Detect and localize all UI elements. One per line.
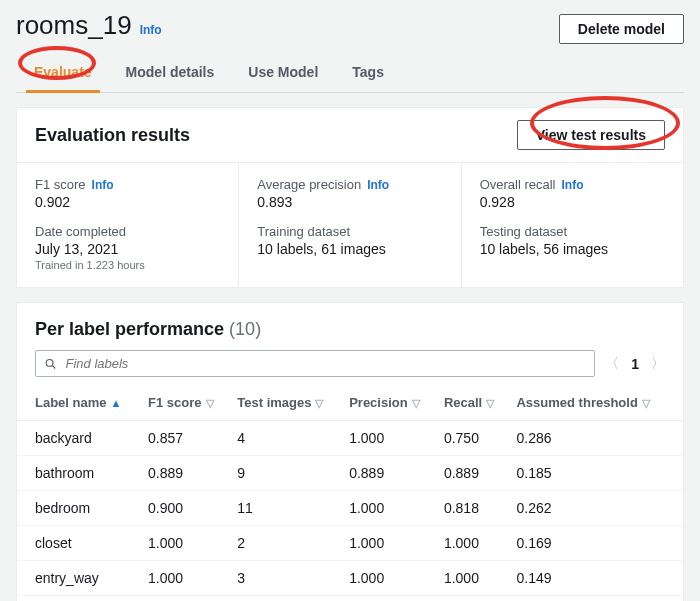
evaluation-title: Evaluation results bbox=[35, 125, 190, 146]
cell-label: bedroom bbox=[17, 491, 140, 526]
col-test[interactable]: Test images▽ bbox=[229, 385, 341, 421]
cell-f1: 0.857 bbox=[140, 421, 229, 456]
cell-thresh: 0.185 bbox=[508, 456, 683, 491]
table-row: bathroom0.88990.8890.8890.185 bbox=[17, 456, 683, 491]
sort-asc-icon: ▲ bbox=[111, 397, 122, 409]
cell-f1: 0.900 bbox=[140, 491, 229, 526]
cell-label: floor_plan bbox=[17, 596, 140, 602]
tab-evaluate[interactable]: Evaluate bbox=[30, 54, 96, 92]
cell-recall: 0.889 bbox=[436, 456, 509, 491]
f1-value: 0.902 bbox=[35, 194, 220, 210]
date-completed-label: Date completed bbox=[35, 224, 220, 239]
col-recall[interactable]: Recall▽ bbox=[436, 385, 509, 421]
cell-test: 2 bbox=[229, 526, 341, 561]
evaluation-results-card: Evaluation results View test results F1 … bbox=[16, 107, 684, 288]
page-number: 1 bbox=[631, 356, 639, 372]
search-icon bbox=[44, 357, 58, 371]
col-f1[interactable]: F1 score▽ bbox=[140, 385, 229, 421]
table-row: backyard0.85741.0000.7500.286 bbox=[17, 421, 683, 456]
cell-recall: 1.000 bbox=[436, 596, 509, 602]
page-next-icon[interactable]: 〉 bbox=[651, 355, 665, 373]
filter-icon: ▽ bbox=[486, 397, 494, 409]
cell-thresh: 0.262 bbox=[508, 491, 683, 526]
training-dataset-value: 10 labels, 61 images bbox=[257, 241, 442, 257]
date-completed-value: July 13, 2021 bbox=[35, 241, 220, 257]
cell-prec: 1.000 bbox=[341, 491, 436, 526]
page-header: rooms_19 Info Delete model bbox=[16, 10, 684, 44]
cell-test: 11 bbox=[229, 491, 341, 526]
cell-thresh: 0.286 bbox=[508, 421, 683, 456]
svg-line-1 bbox=[52, 365, 55, 368]
trained-note: Trained in 1.223 hours bbox=[35, 259, 220, 271]
filter-icon: ▽ bbox=[315, 397, 323, 409]
cell-f1: 1.000 bbox=[140, 561, 229, 596]
avg-precision-label: Average precision bbox=[257, 177, 361, 192]
filter-icon: ▽ bbox=[412, 397, 420, 409]
cell-thresh: 0.169 bbox=[508, 526, 683, 561]
cell-f1: 0.889 bbox=[140, 456, 229, 491]
cell-recall: 1.000 bbox=[436, 561, 509, 596]
cell-thresh: 0.685 bbox=[508, 596, 683, 602]
filter-icon: ▽ bbox=[206, 397, 214, 409]
cell-label: bathroom bbox=[17, 456, 140, 491]
info-link-recall[interactable]: Info bbox=[562, 178, 584, 192]
f1-label: F1 score bbox=[35, 177, 86, 192]
delete-model-button[interactable]: Delete model bbox=[559, 14, 684, 44]
find-labels-input[interactable] bbox=[64, 355, 587, 372]
cell-prec: 1.000 bbox=[341, 526, 436, 561]
page-prev-icon[interactable]: 〈 bbox=[605, 355, 619, 373]
tabs: Evaluate Model details Use Model Tags bbox=[16, 54, 684, 93]
pagination: 〈 1 〉 bbox=[605, 355, 665, 373]
cell-label: entry_way bbox=[17, 561, 140, 596]
cell-recall: 0.750 bbox=[436, 421, 509, 456]
tab-use-model[interactable]: Use Model bbox=[244, 54, 322, 92]
table-row: entry_way1.00031.0001.0000.149 bbox=[17, 561, 683, 596]
cell-label: closet bbox=[17, 526, 140, 561]
cell-prec: 1.000 bbox=[341, 561, 436, 596]
col-label[interactable]: Label name▲ bbox=[17, 385, 140, 421]
cell-recall: 0.818 bbox=[436, 491, 509, 526]
cell-thresh: 0.149 bbox=[508, 561, 683, 596]
filter-icon: ▽ bbox=[642, 397, 650, 409]
cell-prec: 0.889 bbox=[341, 456, 436, 491]
per-label-count: (10) bbox=[229, 319, 261, 339]
cell-test: 9 bbox=[229, 456, 341, 491]
table-row: floor_plan1.00021.0001.0000.685 bbox=[17, 596, 683, 602]
col-precision[interactable]: Precision▽ bbox=[341, 385, 436, 421]
cell-label: backyard bbox=[17, 421, 140, 456]
svg-point-0 bbox=[46, 359, 53, 366]
per-label-card: Per label performance (10) 〈 1 〉 Label n… bbox=[16, 302, 684, 601]
avg-precision-value: 0.893 bbox=[257, 194, 442, 210]
training-dataset-label: Training dataset bbox=[257, 224, 442, 239]
cell-test: 2 bbox=[229, 596, 341, 602]
col-threshold[interactable]: Assumed threshold▽ bbox=[508, 385, 683, 421]
info-link-header[interactable]: Info bbox=[140, 23, 162, 37]
cell-test: 3 bbox=[229, 561, 341, 596]
cell-prec: 1.000 bbox=[341, 596, 436, 602]
tab-tags[interactable]: Tags bbox=[348, 54, 388, 92]
table-row: closet1.00021.0001.0000.169 bbox=[17, 526, 683, 561]
table-row: bedroom0.900111.0000.8180.262 bbox=[17, 491, 683, 526]
find-labels-search[interactable] bbox=[35, 350, 595, 377]
overall-recall-value: 0.928 bbox=[480, 194, 665, 210]
cell-f1: 1.000 bbox=[140, 596, 229, 602]
info-link-avgp[interactable]: Info bbox=[367, 178, 389, 192]
cell-recall: 1.000 bbox=[436, 526, 509, 561]
testing-dataset-label: Testing dataset bbox=[480, 224, 665, 239]
testing-dataset-value: 10 labels, 56 images bbox=[480, 241, 665, 257]
info-link-f1[interactable]: Info bbox=[92, 178, 114, 192]
cell-test: 4 bbox=[229, 421, 341, 456]
tab-model-details[interactable]: Model details bbox=[122, 54, 219, 92]
view-test-results-button[interactable]: View test results bbox=[517, 120, 665, 150]
overall-recall-label: Overall recall bbox=[480, 177, 556, 192]
page-title: rooms_19 bbox=[16, 10, 132, 41]
per-label-title: Per label performance bbox=[35, 319, 224, 339]
cell-f1: 1.000 bbox=[140, 526, 229, 561]
cell-prec: 1.000 bbox=[341, 421, 436, 456]
per-label-table: Label name▲ F1 score▽ Test images▽ Preci… bbox=[17, 385, 683, 601]
